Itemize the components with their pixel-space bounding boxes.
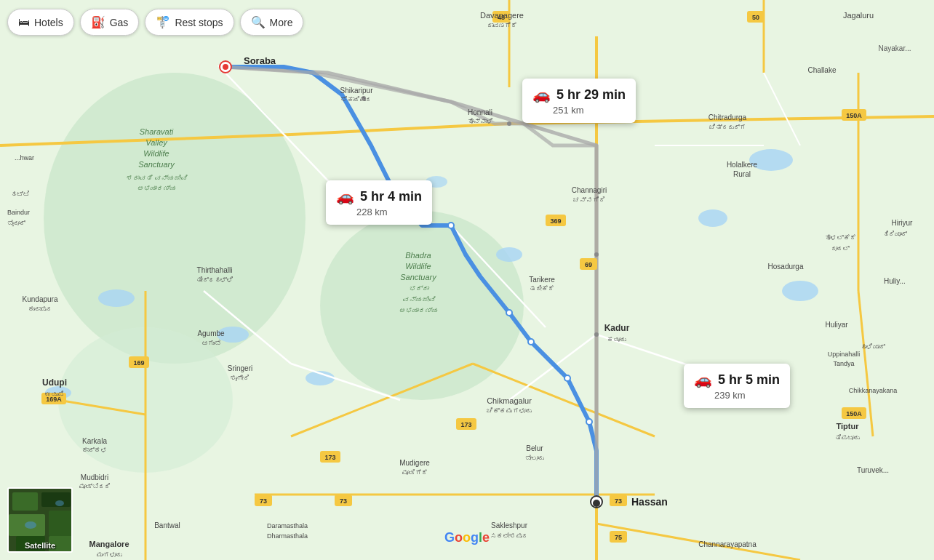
svg-text:Huliyar: Huliyar <box>825 321 848 329</box>
route-time-1: 5 hr 29 min <box>556 87 626 103</box>
route-info-box-3[interactable]: 🚗 5 hr 5 min 239 km <box>684 364 790 408</box>
google-logo: Google <box>444 530 490 545</box>
satellite-label: Satellite <box>9 541 71 550</box>
svg-text:150A: 150A <box>846 112 862 119</box>
svg-point-5 <box>698 209 727 227</box>
svg-text:Tandya: Tandya <box>833 360 854 367</box>
svg-text:369: 369 <box>550 217 561 225</box>
svg-text:Hassan: Hassan <box>631 496 668 508</box>
svg-text:ತೀರ್ಥಹಳ್ಳಿ: ತೀರ್ಥಹಳ್ಳಿ <box>196 276 234 284</box>
route-info-box-1[interactable]: 🚗 5 hr 29 min 251 km <box>522 79 636 123</box>
svg-point-44 <box>594 332 599 337</box>
svg-text:Wildlife: Wildlife <box>405 262 431 271</box>
svg-text:Valley: Valley <box>145 138 168 147</box>
svg-text:Udupi: Udupi <box>42 377 67 388</box>
svg-point-157 <box>586 419 592 425</box>
svg-text:ಕಡೂರು: ಕಡೂರು <box>607 336 626 343</box>
svg-text:Karkala: Karkala <box>82 437 107 445</box>
svg-text:ಶರಾವತಿ ವನ್ಯಜೀವಿ: ಶರಾವತಿ ವನ್ಯಜೀವಿ <box>126 175 188 182</box>
svg-text:50: 50 <box>752 14 759 21</box>
svg-text:75: 75 <box>615 534 622 541</box>
svg-rect-159 <box>12 492 38 511</box>
svg-text:Uppinahalli: Uppinahalli <box>828 351 861 358</box>
svg-text:Mudbidri: Mudbidri <box>81 473 108 481</box>
svg-text:Chikkanayakana: Chikkanayakana <box>849 387 898 394</box>
satellite-thumbnail[interactable]: Satellite <box>7 487 73 553</box>
svg-text:ಚಿತ್ರದುರ್ಗ: ಚಿತ್ರದುರ್ಗ <box>709 124 746 131</box>
svg-text:Sharavati: Sharavati <box>140 127 174 136</box>
svg-text:Sringeri: Sringeri <box>228 364 252 372</box>
svg-text:173: 173 <box>324 454 335 461</box>
svg-text:Channarayapatna: Channarayapatna <box>698 540 757 548</box>
svg-text:ಆಗುಂಬೆ: ಆಗುಂಬೆ <box>201 340 221 347</box>
svg-text:ಬೇಲೂರು: ಬೇಲೂರು <box>525 455 544 462</box>
svg-text:Sanctuary: Sanctuary <box>400 273 437 281</box>
svg-point-166 <box>55 500 64 506</box>
svg-text:ಮೂಡಿಗೆರೆ: ಮೂಡಿಗೆರೆ <box>402 469 428 476</box>
more-button[interactable]: 🔍 More <box>240 9 304 36</box>
svg-text:Davanagere: Davanagere <box>480 11 524 20</box>
svg-text:Thirthahalli: Thirthahalli <box>197 266 233 274</box>
svg-text:ಚಿಕ್ಕಮಗಳೂರು: ಚಿಕ್ಕಮಗಳೂರು <box>487 407 532 415</box>
svg-text:73: 73 <box>615 497 622 505</box>
route-dist-1: 251 km <box>553 105 626 116</box>
svg-text:Challake: Challake <box>808 66 837 74</box>
route-info-top-3: 🚗 5 hr 5 min <box>694 371 780 388</box>
svg-text:ಶಿಕಾರಿಪುರ: ಶಿಕಾರಿಪುರ <box>341 96 372 103</box>
svg-text:Bantwal: Bantwal <box>154 521 180 529</box>
svg-text:ಹುಳಿಯಾರ್: ಹುಳಿಯಾರ್ <box>861 343 885 351</box>
svg-text:Dharmasthala: Dharmasthala <box>267 532 308 540</box>
svg-text:Bhadra: Bhadra <box>405 251 431 260</box>
svg-text:Tarikere: Tarikere <box>529 276 555 284</box>
svg-text:ಹೊಳಲ್ಕೆರೆ: ಹೊಳಲ್ಕೆರೆ <box>825 234 856 241</box>
svg-point-154 <box>506 310 512 316</box>
svg-text:ತರೀಕೆರೆ: ತರೀಕೆರೆ <box>530 285 554 292</box>
svg-text:Sanctuary: Sanctuary <box>138 160 175 169</box>
svg-point-7 <box>496 247 522 262</box>
svg-text:Hosadurga: Hosadurga <box>768 263 804 271</box>
gas-button[interactable]: ⛽ Gas <box>80 9 140 36</box>
svg-text:Chitradurga: Chitradurga <box>709 113 747 121</box>
svg-text:ಭದ್ರಾ: ಭದ್ರಾ <box>409 285 430 292</box>
rest-stops-button[interactable]: 🚏 Rest stops <box>145 9 234 36</box>
svg-text:73: 73 <box>260 497 267 505</box>
svg-text:...hwar: ...hwar <box>15 154 34 161</box>
svg-text:Kadur: Kadur <box>604 323 630 333</box>
hotels-button[interactable]: 🛏 Hotels <box>7 9 74 36</box>
svg-text:ಉಡುಪಿ: ಉಡುಪಿ <box>45 391 64 398</box>
svg-point-38 <box>223 64 228 70</box>
svg-text:Chikmagalur: Chikmagalur <box>487 396 532 405</box>
svg-text:ವನ್ಯಜೀವಿ: ವನ್ಯಜೀವಿ <box>402 296 436 303</box>
more-label: More <box>270 17 293 28</box>
svg-text:169: 169 <box>133 359 144 367</box>
svg-point-153 <box>448 223 454 228</box>
svg-text:Baindur: Baindur <box>7 209 30 216</box>
svg-text:ರೂರಲ್: ರೂರಲ್ <box>831 245 850 252</box>
svg-text:Shikaripur: Shikaripur <box>340 87 373 95</box>
car-icon-2: 🚗 <box>336 188 354 205</box>
svg-text:ಹೊನ್ನಾಳಿ: ಹೊನ್ನಾಳಿ <box>468 118 493 125</box>
svg-text:Honnali: Honnali <box>468 108 492 116</box>
svg-point-9 <box>782 281 818 301</box>
rest-stops-label: Rest stops <box>175 17 223 28</box>
svg-text:73: 73 <box>340 497 347 505</box>
svg-text:Mudigere: Mudigere <box>399 459 430 467</box>
svg-text:Sakleshpur: Sakleshpur <box>491 521 528 529</box>
svg-text:ಕುಂದಾಪುರ: ಕುಂದಾಪುರ <box>28 305 52 313</box>
svg-text:ಅಭಯಾರಣ್ಯ: ಅಭಯಾರಣ್ಯ <box>137 185 176 192</box>
map-background: 69 169 169A 173 173 73 73 150A 150A 48 5… <box>0 0 934 560</box>
svg-text:ಹಿರಿಯೂರ್: ಹಿರಿಯೂರ್ <box>883 231 907 238</box>
route-dist-2: 228 km <box>356 207 422 217</box>
svg-point-40 <box>593 500 600 507</box>
svg-text:Hiriyur: Hiriyur <box>892 219 914 227</box>
svg-text:Wildlife: Wildlife <box>143 149 169 158</box>
svg-text:Daramasthala: Daramasthala <box>267 522 308 529</box>
svg-text:Kundapura: Kundapura <box>23 295 58 303</box>
svg-text:Turuvek...: Turuvek... <box>857 466 889 474</box>
route-info-box-2[interactable]: 🚗 5 hr 4 min 228 km <box>326 180 432 225</box>
rest-stops-icon: 🚏 <box>156 15 170 29</box>
svg-point-43 <box>594 252 599 257</box>
route-time-3: 5 hr 5 min <box>718 372 780 388</box>
svg-rect-162 <box>49 511 73 536</box>
car-icon-1: 🚗 <box>532 86 551 103</box>
